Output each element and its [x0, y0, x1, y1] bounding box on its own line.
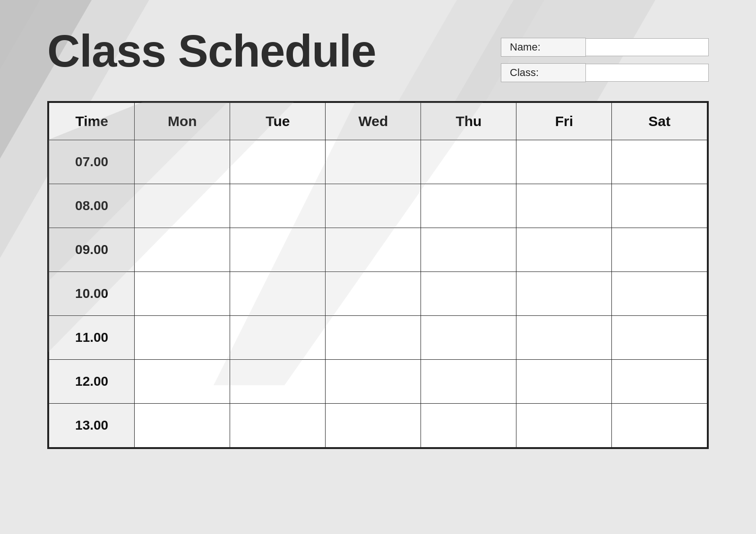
cell-1100-mon[interactable] — [135, 316, 230, 360]
cell-0900-thu[interactable] — [421, 228, 516, 272]
table-container: Time Mon Tue Wed Thu Fri — [47, 101, 709, 449]
name-field-row: Name: — [501, 38, 709, 57]
col-fri: Fri — [516, 102, 612, 140]
table-row: 09.00 — [49, 228, 707, 272]
cell-0800-tue[interactable] — [230, 184, 326, 228]
cell-1300-thu[interactable] — [421, 404, 516, 448]
cell-0700-tue[interactable] — [230, 140, 326, 184]
col-thu: Thu — [421, 102, 516, 140]
time-1300: 13.00 — [49, 404, 135, 448]
cell-1000-fri[interactable] — [516, 272, 612, 316]
time-1200: 12.00 — [49, 360, 135, 404]
col-wed: Wed — [326, 102, 421, 140]
time-1000: 10.00 — [49, 272, 135, 316]
cell-0700-fri[interactable] — [516, 140, 612, 184]
cell-0800-wed[interactable] — [326, 184, 421, 228]
table-row: 12.00 — [49, 360, 707, 404]
cell-1300-sat[interactable] — [612, 404, 707, 448]
cell-1300-fri[interactable] — [516, 404, 612, 448]
cell-1200-thu[interactable] — [421, 360, 516, 404]
table-row: 08.00 — [49, 184, 707, 228]
class-label: Class: — [501, 63, 586, 82]
cell-1300-wed[interactable] — [326, 404, 421, 448]
time-0800: 08.00 — [49, 184, 135, 228]
cell-1200-tue[interactable] — [230, 360, 326, 404]
cell-1200-sat[interactable] — [612, 360, 707, 404]
cell-0900-sat[interactable] — [612, 228, 707, 272]
cell-1100-sat[interactable] — [612, 316, 707, 360]
time-1100: 11.00 — [49, 316, 135, 360]
col-mon: Mon — [135, 102, 230, 140]
time-0900: 09.00 — [49, 228, 135, 272]
cell-0800-mon[interactable] — [135, 184, 230, 228]
cell-1300-tue[interactable] — [230, 404, 326, 448]
cell-1000-thu[interactable] — [421, 272, 516, 316]
cell-0800-fri[interactable] — [516, 184, 612, 228]
cell-1000-mon[interactable] — [135, 272, 230, 316]
cell-1100-tue[interactable] — [230, 316, 326, 360]
table-row: 13.00 — [49, 404, 707, 448]
header-section: Class Schedule Name: Class: — [47, 28, 709, 82]
cell-0900-wed[interactable] — [326, 228, 421, 272]
cell-0700-mon[interactable] — [135, 140, 230, 184]
schedule-table: Time Mon Tue Wed Thu Fri — [48, 102, 708, 448]
page-title: Class Schedule — [47, 28, 376, 74]
cell-1100-fri[interactable] — [516, 316, 612, 360]
cell-0700-sat[interactable] — [612, 140, 707, 184]
cell-1000-tue[interactable] — [230, 272, 326, 316]
table-row: 07.00 — [49, 140, 707, 184]
class-input[interactable] — [586, 64, 709, 82]
cell-0700-wed[interactable] — [326, 140, 421, 184]
header-row: Time Mon Tue Wed Thu Fri — [49, 102, 707, 140]
cell-1200-fri[interactable] — [516, 360, 612, 404]
table-row: 11.00 — [49, 316, 707, 360]
cell-1200-mon[interactable] — [135, 360, 230, 404]
time-0700: 07.00 — [49, 140, 135, 184]
cell-0700-thu[interactable] — [421, 140, 516, 184]
cell-1000-wed[interactable] — [326, 272, 421, 316]
class-field-row: Class: — [501, 63, 709, 82]
cell-1300-mon[interactable] — [135, 404, 230, 448]
name-input[interactable] — [586, 38, 709, 56]
cell-1100-wed[interactable] — [326, 316, 421, 360]
col-time: Time — [49, 102, 135, 140]
col-tue: Tue — [230, 102, 326, 140]
info-fields: Name: Class: — [501, 28, 709, 82]
table-row: 10.00 — [49, 272, 707, 316]
cell-0800-thu[interactable] — [421, 184, 516, 228]
name-label: Name: — [501, 38, 586, 57]
cell-0900-mon[interactable] — [135, 228, 230, 272]
table-body: 07.00 08.00 — [49, 140, 707, 448]
cell-1200-wed[interactable] — [326, 360, 421, 404]
cell-0900-tue[interactable] — [230, 228, 326, 272]
cell-0800-sat[interactable] — [612, 184, 707, 228]
cell-0900-fri[interactable] — [516, 228, 612, 272]
table-header: Time Mon Tue Wed Thu Fri — [49, 102, 707, 140]
cell-1000-sat[interactable] — [612, 272, 707, 316]
page-content: Class Schedule Name: Class: — [47, 0, 709, 449]
cell-1100-thu[interactable] — [421, 316, 516, 360]
col-sat: Sat — [612, 102, 707, 140]
